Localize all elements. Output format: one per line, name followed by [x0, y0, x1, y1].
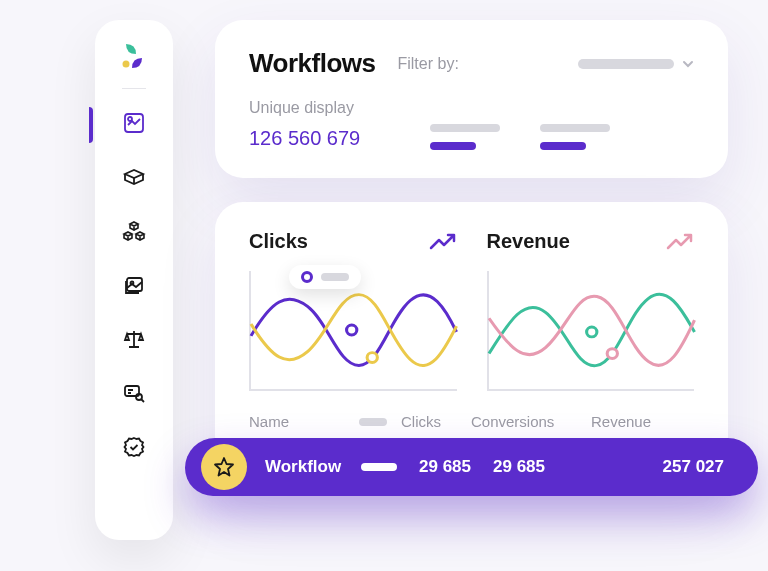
svg-point-2 [128, 117, 132, 121]
active-indicator [89, 107, 93, 143]
unique-display-value: 126 560 679 [249, 127, 360, 150]
nav-search[interactable] [116, 375, 152, 411]
filter-dropdown[interactable] [578, 58, 694, 70]
nav-dashboard[interactable] [116, 105, 152, 141]
th-revenue: Revenue [591, 413, 694, 430]
row-conversions: 29 685 [493, 457, 575, 477]
th-conversions: Conversions [471, 413, 591, 430]
row-clicks: 29 685 [419, 457, 493, 477]
revenue-title: Revenue [487, 230, 570, 253]
image-icon [122, 273, 146, 297]
app-logo [118, 40, 150, 72]
row-revenue: 257 027 [575, 457, 724, 477]
charts-card: Clicks [215, 202, 728, 490]
boxes-icon [122, 219, 146, 243]
metric-placeholder-value [540, 142, 586, 150]
table-header: Name Clicks Conversions Revenue [249, 413, 694, 430]
legend-marker-icon [301, 271, 313, 283]
nav-boxes[interactable] [116, 213, 152, 249]
th-name: Name [249, 413, 359, 430]
revenue-chart [487, 271, 695, 391]
filter-label: Filter by: [397, 55, 458, 73]
sidebar-nav [95, 99, 173, 471]
svg-point-0 [123, 61, 130, 68]
metric-placeholder-label [430, 124, 500, 132]
box-icon [122, 165, 146, 189]
legend-value-placeholder [321, 273, 349, 281]
scale-icon [122, 327, 146, 351]
star-icon [212, 455, 236, 479]
divider [122, 88, 146, 89]
svg-point-6 [136, 394, 142, 400]
svg-point-10 [607, 349, 617, 359]
clicks-title: Clicks [249, 230, 308, 253]
main-content: Workflows Filter by: Unique display 126 … [215, 20, 728, 571]
revenue-chart-block: Revenue [487, 230, 695, 391]
nav-badge[interactable] [116, 429, 152, 465]
clicks-chart [249, 271, 457, 391]
row-name: Workflow [265, 457, 361, 477]
svg-point-9 [586, 327, 596, 337]
filter-value-placeholder [578, 59, 674, 69]
search-card-icon [122, 381, 146, 405]
trend-up-icon [429, 232, 457, 252]
trend-up-icon [666, 232, 694, 252]
table-row-highlight[interactable]: Workflow 29 685 29 685 257 027 [185, 438, 758, 496]
star-badge [201, 444, 247, 490]
svg-point-8 [367, 353, 377, 363]
row-placeholder [361, 463, 397, 471]
th-clicks: Clicks [401, 413, 471, 430]
nav-box[interactable] [116, 159, 152, 195]
nav-balance[interactable] [116, 321, 152, 357]
th-placeholder [359, 418, 387, 426]
workflows-card: Workflows Filter by: Unique display 126 … [215, 20, 728, 178]
chart-tooltip [289, 265, 361, 289]
metric-placeholder-label [540, 124, 610, 132]
sidebar [95, 20, 173, 540]
chart-icon [122, 111, 146, 135]
clicks-chart-block: Clicks [249, 230, 457, 391]
chevron-down-icon [682, 58, 694, 70]
metric-placeholder-value [430, 142, 476, 150]
nav-media[interactable] [116, 267, 152, 303]
unique-display-label: Unique display [249, 99, 360, 117]
workflows-title: Workflows [249, 48, 375, 79]
badge-icon [122, 435, 146, 459]
svg-point-7 [347, 325, 357, 335]
